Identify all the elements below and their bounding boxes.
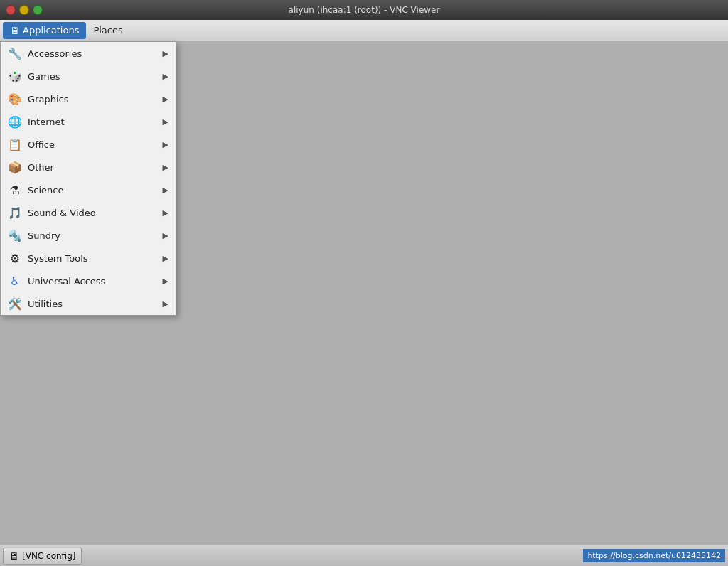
menu-item-label: Graphics <box>28 94 163 105</box>
submenu-arrow-icon: ▶ <box>163 299 168 309</box>
menu-item-accessories[interactable]: 🔧Accessories▶ <box>1 42 176 65</box>
menu-item-label: Sundry <box>28 230 163 241</box>
applications-menu[interactable]: 🖥 Applications <box>3 22 86 39</box>
menu-item-icon: ♿ <box>8 274 22 288</box>
menu-item-label: Games <box>28 71 163 82</box>
window-title: aliyun (ihcaa:1 (root)) - VNC Viewer <box>289 5 440 15</box>
submenu-arrow-icon: ▶ <box>163 117 168 127</box>
menu-item-icon: 🎨 <box>8 92 22 106</box>
menu-item-label: Internet <box>28 117 163 127</box>
menu-item-sound-and-video[interactable]: 🎵Sound & Video▶ <box>1 201 176 224</box>
menu-item-label: System Tools <box>28 253 163 264</box>
submenu-arrow-icon: ▶ <box>163 231 168 240</box>
submenu-arrow-icon: ▶ <box>163 208 168 218</box>
places-menu[interactable]: Places <box>86 22 129 38</box>
vnc-config-icon: 🖥 <box>9 550 19 562</box>
menu-item-icon: 🛠️ <box>8 297 22 311</box>
menu-item-icon: 🎲 <box>8 69 22 83</box>
url-display: https://blog.csdn.net/u012435142 <box>583 549 725 562</box>
menu-item-internet[interactable]: 🌐Internet▶ <box>1 110 176 133</box>
menu-item-sundry[interactable]: 🔩Sundry▶ <box>1 224 176 247</box>
menu-item-icon: ⚗️ <box>8 183 22 197</box>
menu-item-label: Science <box>28 185 163 196</box>
menu-item-label: Universal Access <box>28 276 163 287</box>
menu-item-system-tools[interactable]: ⚙️System Tools▶ <box>1 247 176 269</box>
submenu-arrow-icon: ▶ <box>163 254 168 263</box>
menu-item-icon: 🌐 <box>8 114 22 129</box>
menu-item-icon: 🔩 <box>8 228 22 242</box>
menu-item-icon: 📦 <box>8 160 22 174</box>
applications-dropdown: 🔧Accessories▶🎲Games▶🎨Graphics▶🌐Internet▶… <box>0 41 176 316</box>
menu-item-label: Other <box>28 162 163 173</box>
places-label: Places <box>93 25 122 36</box>
taskbar: 🖥 [VNC config] https://blog.csdn.net/u01… <box>0 545 728 566</box>
submenu-arrow-icon: ▶ <box>163 95 168 104</box>
submenu-arrow-icon: ▶ <box>163 49 168 58</box>
menu-item-other[interactable]: 📦Other▶ <box>1 156 176 178</box>
menu-item-label: Office <box>28 139 163 150</box>
menu-item-label: Accessories <box>28 48 163 59</box>
submenu-arrow-icon: ▶ <box>163 186 168 195</box>
vnc-config-taskbar-item[interactable]: 🖥 [VNC config] <box>3 548 82 565</box>
menu-item-icon: 📋 <box>8 137 22 151</box>
minimize-button[interactable] <box>19 5 29 15</box>
submenu-arrow-icon: ▶ <box>163 163 168 172</box>
menu-item-science[interactable]: ⚗️Science▶ <box>1 178 176 201</box>
menubar: 🖥 Applications Places 🔧Accessories▶🎲Game… <box>0 20 728 41</box>
menu-item-icon: 🎵 <box>8 205 22 220</box>
menu-item-label: Sound & Video <box>28 208 163 218</box>
menu-item-icon: ⚙️ <box>8 251 22 265</box>
maximize-button[interactable] <box>33 5 43 15</box>
submenu-arrow-icon: ▶ <box>163 277 168 286</box>
applications-icon: 🖥 <box>10 25 20 36</box>
applications-label: Applications <box>23 25 79 36</box>
submenu-arrow-icon: ▶ <box>163 72 168 81</box>
vnc-config-label: [VNC config] <box>22 551 75 561</box>
window-controls <box>6 5 43 15</box>
menu-item-label: Utilities <box>28 299 163 309</box>
titlebar: aliyun (ihcaa:1 (root)) - VNC Viewer <box>0 0 728 20</box>
menu-item-utilities[interactable]: 🛠️Utilities▶ <box>1 292 176 315</box>
menu-item-icon: 🔧 <box>8 46 22 60</box>
menu-item-universal-access[interactable]: ♿Universal Access▶ <box>1 269 176 292</box>
menu-item-office[interactable]: 📋Office▶ <box>1 133 176 156</box>
close-button[interactable] <box>6 5 16 15</box>
submenu-arrow-icon: ▶ <box>163 140 168 149</box>
menu-item-games[interactable]: 🎲Games▶ <box>1 65 176 87</box>
menu-item-graphics[interactable]: 🎨Graphics▶ <box>1 87 176 110</box>
